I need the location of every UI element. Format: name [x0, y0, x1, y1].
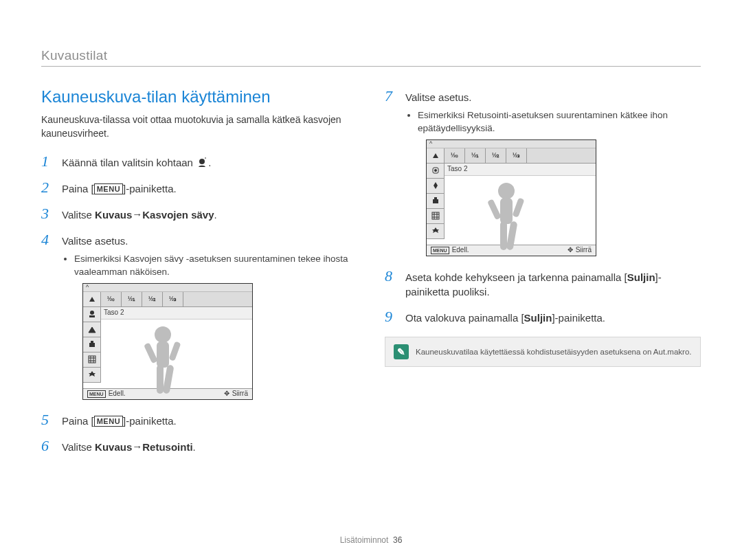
shutter-label: Suljin	[524, 312, 552, 324]
step-note-list: Esimerkiksi Kasvojen sävy -asetuksen suu…	[74, 253, 357, 279]
camera-preview-facetone: ^ ½₀	[82, 283, 253, 400]
step-note: Esimerkiksi Kasvojen sävy -asetuksen suu…	[74, 253, 357, 279]
step-text: Valitse asetus.	[405, 91, 471, 103]
navpad-icon: ✥	[567, 245, 573, 256]
side-icon	[427, 148, 445, 164]
preview-canvas	[101, 320, 252, 388]
step-7: 7 Valitse asetus. Esimerkiksi Retusointi…	[385, 87, 701, 259]
svg-rect-21	[500, 221, 507, 250]
menu-small-icon: MENU	[431, 247, 449, 254]
step-number: 1	[41, 153, 54, 170]
beauty-mode-icon	[196, 156, 208, 168]
svg-point-13	[434, 169, 437, 172]
svg-rect-16	[432, 212, 439, 219]
step-note: Esimerkiksi Retusointi-asetuksen suurent…	[418, 109, 701, 135]
svg-point-6	[155, 326, 171, 343]
step-text: Paina [	[62, 415, 94, 427]
svg-rect-18	[500, 198, 513, 224]
option-cell: ½₂	[486, 148, 506, 163]
step-text: Paina [	[62, 183, 94, 194]
move-label: Siirrä	[232, 389, 248, 399]
shutter-label: Suljin	[627, 271, 655, 283]
step-note-list: Esimerkiksi Retusointi-asetuksen suurent…	[418, 109, 701, 135]
step-number: 3	[41, 205, 54, 223]
preview-options-row: ½₀ ½₁ ½₂ ½₃	[101, 292, 252, 307]
two-column-layout: Kauneuskuva-tilan käyttäminen Kauneuskuv…	[41, 87, 701, 463]
step-text-end: .	[208, 157, 211, 168]
svg-rect-8	[144, 342, 158, 363]
side-icon	[427, 224, 445, 239]
person-silhouette-icon	[139, 322, 187, 405]
move-label: Siirrä	[576, 245, 592, 256]
svg-rect-7	[157, 341, 169, 368]
svg-rect-14	[433, 199, 438, 203]
step-3: 3 Valitse Kuvaus → Kasvojen sävy.	[41, 205, 357, 223]
camera-preview-retouch: ^ ½₀	[426, 139, 596, 256]
preview-topbar: ^	[83, 284, 252, 292]
svg-rect-9	[168, 341, 181, 361]
svg-rect-2	[89, 315, 95, 317]
svg-rect-4	[91, 341, 93, 343]
page-footer: Lisätoiminnot 36	[0, 535, 742, 545]
arrow-icon: →	[132, 439, 142, 454]
step-text: Ota valokuva painamalla [	[405, 312, 524, 324]
svg-rect-10	[157, 365, 164, 394]
step-number: 2	[41, 179, 54, 197]
section-header: Kuvaustilat	[41, 48, 701, 67]
step-2: 2 Paina [MENU]-painiketta.	[41, 179, 357, 197]
step-9: 9 Ota valokuva painamalla [Suljin]-paini…	[385, 308, 701, 326]
page-title: Kauneuskuva-tilan käyttäminen	[41, 87, 357, 107]
menu-button-icon: MENU	[94, 183, 123, 194]
left-column: Kauneuskuva-tilan käyttäminen Kauneuskuv…	[41, 87, 357, 463]
step-text-end: .	[214, 209, 217, 221]
step-number: 5	[41, 411, 54, 429]
step-text: Aseta kohde kehykseen ja tarkenna painam…	[405, 271, 627, 283]
step-6: 6 Valitse Kuvaus → Retusointi.	[41, 437, 357, 455]
side-icon	[83, 352, 101, 368]
step-4: 4 Valitse asetus. Esimerkiksi Kasvojen s…	[41, 231, 357, 403]
step-number: 4	[41, 231, 54, 249]
person-silhouette-icon	[482, 179, 530, 261]
svg-rect-22	[506, 221, 517, 250]
option-cell: ½₀	[101, 292, 122, 306]
step-text-end: .	[193, 441, 196, 453]
steps-list-right: 7 Valitse asetus. Esimerkiksi Retusointi…	[385, 87, 701, 326]
option-cell: ½₂	[142, 292, 163, 306]
svg-rect-5	[89, 356, 95, 363]
option-cell: ½₀	[445, 148, 465, 163]
page-number: 36	[393, 535, 402, 545]
side-icon	[83, 292, 101, 307]
option-cell: ½₁	[122, 292, 142, 306]
side-icon	[427, 179, 445, 194]
arrow-icon: →	[132, 207, 142, 222]
preview-sidebar	[83, 292, 101, 388]
side-icon	[83, 322, 101, 337]
menu-small-icon: MENU	[87, 390, 106, 398]
step-text: Valitse asetus.	[62, 235, 128, 247]
step-8: 8 Aseta kohde kehykseen ja tarkenna pain…	[385, 267, 701, 300]
note-box: ✎ Kauneuskuvatilaa käytettäessä kohdistu…	[385, 337, 701, 367]
navpad-icon: ✥	[224, 389, 229, 399]
svg-rect-3	[89, 343, 95, 347]
side-icon	[83, 368, 101, 383]
svg-rect-19	[487, 199, 502, 220]
preview-sidebar	[427, 148, 445, 245]
side-icon	[427, 194, 445, 209]
svg-rect-20	[512, 197, 524, 217]
side-icon	[83, 337, 101, 352]
preview-options-row: ½₀ ½₁ ½₂ ½₃	[445, 148, 596, 164]
step-text-end: ]-painiketta.	[552, 312, 605, 324]
menu-path-item: Kasvojen sävy	[142, 209, 214, 221]
back-label: Edell.	[109, 389, 126, 399]
step-5: 5 Paina [MENU]-painiketta.	[41, 411, 357, 429]
side-icon	[83, 307, 101, 322]
step-text-end: ]-painiketta.	[123, 183, 177, 194]
step-number: 8	[385, 267, 397, 285]
side-icon	[427, 164, 445, 179]
preview-canvas	[445, 176, 596, 245]
note-icon: ✎	[394, 344, 409, 359]
footer-section: Lisätoiminnot	[340, 535, 389, 545]
step-text: Käännä tilan valitsin kohtaan	[62, 157, 196, 168]
step-number: 6	[41, 437, 54, 455]
step-number: 7	[385, 87, 397, 105]
